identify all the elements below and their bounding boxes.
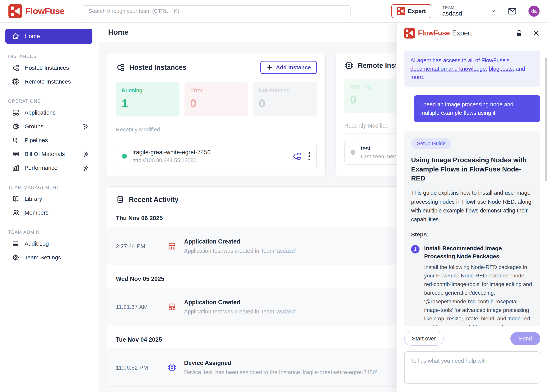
sidebar-item-home[interactable]: Home: [5, 29, 93, 44]
step-body: Install the following Node-RED packages …: [424, 263, 534, 326]
add-icon: [266, 64, 273, 71]
activity-title: Application Created: [184, 238, 296, 245]
ai-access-note: AI agent has access to all of FlowFuse's…: [404, 51, 540, 87]
sidebar-item-hosted-instances[interactable]: Hosted Instances: [5, 61, 93, 75]
instance-row[interactable]: fragile-great-white-egret-7450 http://10…: [116, 144, 317, 168]
sidebar-item-label: Library: [25, 196, 42, 202]
composer: [404, 351, 540, 384]
divider: [523, 6, 523, 16]
performance-icon: [12, 164, 20, 172]
steps-label: Steps:: [411, 231, 534, 238]
sidebar-item-label: Applications: [25, 109, 56, 116]
step-number-badge: 1: [411, 245, 420, 253]
device-last-seen: Last seen: never: [361, 154, 400, 160]
stat-running: Running 1: [116, 82, 179, 117]
sidebar-item-pipelines[interactable]: Pipelines: [5, 133, 93, 147]
instance-url: http://100.80.244.55:12080: [132, 157, 211, 163]
flowfuse-logo-icon: [8, 4, 22, 18]
activity-time: 11:06:52 PM: [116, 364, 160, 371]
open-editor-icon[interactable]: [292, 152, 301, 161]
stat-not-running: Not Running 0: [253, 82, 317, 117]
guide-title: Using Image Processing Nodes with Exampl…: [411, 155, 534, 182]
remote-instances-icon: [12, 78, 20, 85]
team-label: TEAM:: [442, 5, 462, 10]
info-text: ,: [486, 66, 489, 72]
applications-icon: [12, 109, 20, 117]
sidebar-item-groups[interactable]: Groups: [5, 119, 93, 133]
sidebar-item-applications[interactable]: Applications: [5, 106, 93, 119]
add-instance-button[interactable]: Add Instance: [260, 61, 317, 74]
guide-intro: This guide explains how to install and u…: [411, 188, 534, 224]
sidebar-item-label: Hosted Instances: [25, 64, 69, 71]
blogposts-link[interactable]: blogposts: [489, 66, 513, 72]
scrollbar-thumb[interactable]: [545, 57, 547, 181]
logo-wordmark: FlowFuse: [25, 6, 64, 16]
setup-guide-badge: Setup Guide: [411, 138, 451, 149]
expert-panel-header: FlowFuse Expert: [397, 23, 548, 44]
documentation-link[interactable]: documentation and knowledge: [410, 66, 486, 72]
close-icon[interactable]: [532, 29, 540, 37]
activity-title: Application Created: [184, 299, 296, 306]
sidebar-item-label: Groups: [25, 123, 43, 130]
user-message-bubble: I need an image processing node and mult…: [414, 95, 540, 122]
home-icon: [12, 32, 20, 40]
search-input[interactable]: [83, 5, 350, 17]
sidebar-item-remote-instances[interactable]: Remote Instances: [5, 75, 93, 89]
lock-open-icon[interactable]: [515, 29, 523, 37]
mail-icon[interactable]: [507, 6, 517, 16]
expert-icon: [397, 7, 405, 15]
stat-error: Error 0: [185, 82, 248, 117]
topbar: FlowFuse Expert TEAM: asdasd da: [0, 0, 548, 23]
application-icon: [168, 302, 176, 311]
team-selector[interactable]: TEAM: asdasd: [442, 5, 462, 17]
sidebar-item-label: Team Settings: [25, 254, 61, 261]
sidebar-section-team-management: TEAM MANAGEMENT: [8, 185, 93, 190]
sidebar-item-team-settings[interactable]: Team Settings: [5, 251, 93, 264]
sidebar-item-label: Performance: [25, 165, 57, 171]
bill-of-materials-icon: [12, 150, 20, 158]
sidebar-item-library[interactable]: Library: [5, 192, 93, 206]
sidebar-item-bill-of-materials[interactable]: Bill Of Materials: [5, 147, 93, 161]
device-icon: [168, 363, 176, 372]
divider: [437, 6, 437, 16]
stat-value: 0: [190, 97, 242, 110]
expert-panel: FlowFuse Expert AI agent has access to a…: [396, 23, 548, 392]
sparkle-icon: [82, 123, 90, 130]
step-title: Install Recommended Image Processing Nod…: [424, 244, 534, 260]
sidebar: Home INSTANCES Hosted Instances Remote I…: [0, 23, 98, 392]
sidebar-section-team-admin: TEAM ADMIN: [8, 230, 93, 235]
page-title: Home: [108, 28, 128, 36]
sidebar-item-audit-log[interactable]: Audit Log: [5, 237, 93, 251]
start-over-button[interactable]: Start over: [404, 332, 444, 346]
activity-description: Device 'test' has been assigned to the I…: [184, 369, 378, 376]
card-title: Hosted Instances: [129, 63, 186, 71]
hosted-instances-icon: [116, 63, 125, 72]
sidebar-item-members[interactable]: Members: [5, 206, 93, 220]
send-button[interactable]: Send: [510, 332, 540, 345]
card-title: Recent Activity: [129, 196, 178, 204]
activity-time: 2:27:44 PM: [116, 243, 160, 249]
pipelines-icon: [12, 136, 20, 144]
recent-activity-icon: [116, 195, 125, 204]
stat-label: Not Running: [259, 87, 311, 94]
flowfuse-logo-icon: [404, 28, 415, 39]
team-settings-icon: [12, 254, 20, 261]
library-icon: [12, 195, 20, 203]
add-instance-label: Add Instance: [276, 64, 311, 71]
chat-input[interactable]: [404, 351, 540, 384]
avatar[interactable]: da: [528, 6, 540, 17]
sidebar-section-operations: OPERATIONS: [8, 98, 93, 104]
expert-panel-body: AI agent has access to all of FlowFuse's…: [397, 44, 548, 326]
sparkle-icon: [82, 150, 90, 158]
sidebar-item-label: Bill Of Materials: [25, 151, 65, 157]
device-name: test: [361, 145, 400, 152]
panel-brand-suffix: Expert: [452, 29, 472, 37]
kebab-menu-icon[interactable]: [308, 152, 311, 160]
expert-button[interactable]: Expert: [391, 4, 431, 18]
activity-description: Application test was created in Team 'as…: [184, 308, 296, 315]
flowfuse-logo[interactable]: FlowFuse: [8, 4, 64, 18]
chevron-down-icon[interactable]: [491, 8, 496, 14]
instance-name: fragile-great-white-egret-7450: [132, 149, 211, 156]
sidebar-item-performance[interactable]: Performance: [5, 161, 93, 175]
sparkle-icon: [82, 164, 90, 172]
